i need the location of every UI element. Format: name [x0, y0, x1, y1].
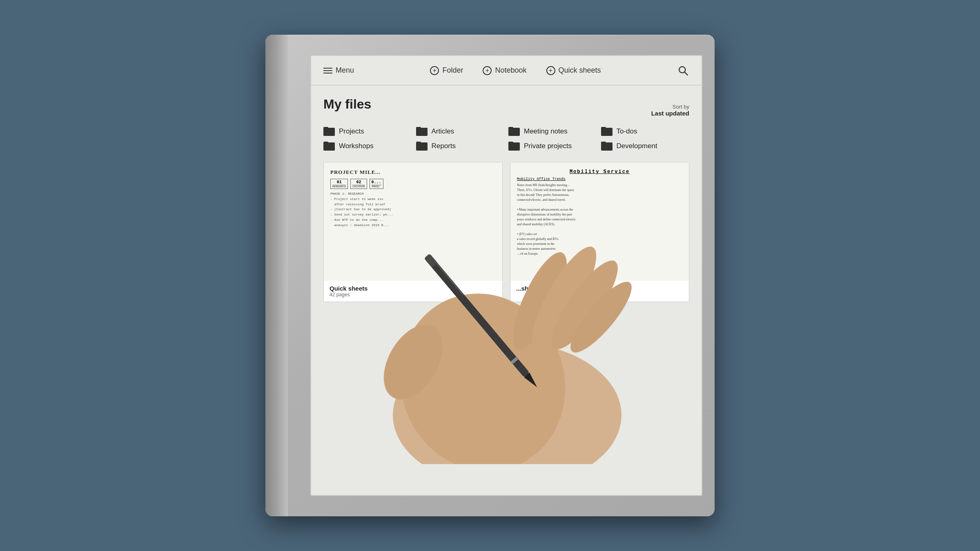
sort-value: Last updated [651, 110, 689, 117]
add-notebook-button[interactable]: + Notebook [483, 66, 526, 75]
cards-row: Project Mile... 01 RESEARCH 02 LOCATION [323, 162, 689, 302]
folder-item-reports[interactable]: Reports [416, 142, 505, 151]
quick-sheets-preview: Project Mile... 01 RESEARCH 02 LOCATION [324, 162, 502, 281]
folder-item-development[interactable]: Development [601, 142, 690, 151]
menu-label: Menu [336, 66, 354, 75]
notebook-label: Notebook [495, 66, 526, 75]
add-folder-button[interactable]: + Folder [430, 66, 463, 75]
section-header: My files Sort by Last updated [323, 97, 689, 117]
navbar-center: + Folder + Notebook + Quick sheets [430, 66, 601, 75]
folder-item-meeting-notes[interactable]: Meeting notes [508, 127, 597, 136]
folder-name-workshops: Workshops [339, 142, 374, 150]
folder-icon-meeting-notes [508, 127, 520, 136]
folder-name-reports: Reports [432, 142, 456, 150]
folder-icon-reports [416, 142, 428, 151]
folder-name-todos: To-dos [617, 127, 637, 136]
device-spine [265, 35, 288, 516]
mobility-preview-text: Notes from MS finds/Insights meeting – T… [517, 183, 682, 256]
preview-phase-text: PHASE 1: RESEARCH - Project start to wee… [330, 191, 496, 228]
device: Menu + Folder + Notebook + Quick sheets [265, 35, 715, 516]
page-title: My files [323, 97, 371, 112]
week-grid: 01 RESEARCH 02 LOCATION 0... PROD... [330, 179, 496, 189]
folder-icon-development [601, 142, 612, 151]
preview-project-title: Project Mile... [330, 169, 496, 176]
folders-grid: Projects Articles Meeting notes [323, 127, 689, 151]
folder-item-todos[interactable]: To-dos [601, 127, 690, 136]
screen: Menu + Folder + Notebook + Quick sheets [310, 55, 702, 496]
mobility-card-title: Mobility Service [517, 169, 682, 175]
sort-container: Sort by Last updated [651, 104, 689, 117]
quick-sheets-subtitle: 42 pages [330, 292, 497, 298]
folder-icon-workshops [323, 142, 335, 151]
add-folder-icon: + [430, 66, 439, 75]
add-quicksheets-icon: + [546, 66, 555, 75]
svg-marker-11 [524, 372, 540, 389]
folder-icon-articles [416, 127, 428, 136]
folder-item-projects[interactable]: Projects [323, 127, 412, 136]
folder-item-private-projects[interactable]: Private projects [508, 142, 597, 151]
folder-name-private-projects: Private projects [524, 142, 572, 150]
svg-line-1 [685, 72, 688, 75]
search-button[interactable] [677, 64, 689, 77]
folder-item-articles[interactable]: Articles [416, 127, 505, 136]
svg-rect-13 [510, 356, 519, 364]
add-quicksheets-button[interactable]: + Quick sheets [546, 66, 601, 75]
search-icon [678, 65, 688, 76]
main-content: My files Sort by Last updated Projects [311, 85, 702, 310]
quicksheets-label: Quick sheets [559, 66, 601, 75]
folder-name-projects: Projects [339, 127, 364, 136]
folder-item-workshops[interactable]: Workshops [323, 142, 412, 151]
mobility-service-card[interactable]: Mobility Service Mobility Office Trends … [510, 162, 689, 302]
mobility-preview: Mobility Service Mobility Office Trends … [510, 162, 689, 281]
folder-name-development: Development [617, 142, 657, 150]
menu-button[interactable]: Menu [323, 66, 354, 75]
folder-label: Folder [442, 66, 463, 75]
hamburger-icon [323, 68, 332, 73]
folder-icon-projects [323, 127, 335, 136]
svg-point-4 [372, 314, 455, 409]
mobility-footer: ...sheets [510, 281, 689, 296]
quick-sheets-card[interactable]: Project Mile... 01 RESEARCH 02 LOCATION [323, 162, 503, 302]
add-notebook-icon: + [483, 66, 492, 75]
folder-name-meeting-notes: Meeting notes [524, 127, 568, 136]
svg-point-2 [393, 342, 621, 464]
folder-icon-private-projects [508, 142, 520, 151]
quick-sheets-title: Quick sheets [330, 285, 497, 292]
sort-label: Sort by [651, 104, 689, 110]
mobility-sheets-label: ...sheets [516, 285, 683, 292]
quick-sheets-footer: Quick sheets 42 pages [324, 281, 502, 302]
folder-name-articles: Articles [432, 127, 454, 136]
navbar: Menu + Folder + Notebook + Quick sheets [311, 56, 702, 85]
folder-icon-todos [601, 127, 612, 136]
mobility-card-subtitle: Mobility Office Trends [517, 177, 682, 181]
